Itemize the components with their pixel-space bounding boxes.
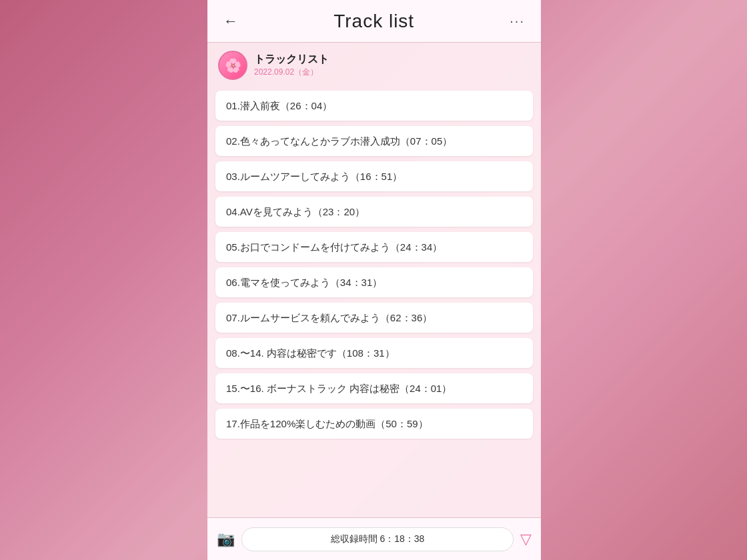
- header: ← Track list ···: [207, 0, 541, 43]
- track-item[interactable]: 06.電マを使ってみよう（34：31）: [215, 267, 533, 297]
- track-item[interactable]: 02.色々あってなんとかラブホ潜入成功（07：05）: [215, 126, 533, 156]
- track-item[interactable]: 15.〜16. ボーナストラック 内容は秘密（24：01）: [215, 373, 533, 403]
- track-item[interactable]: 08.〜14. 内容は秘密です（108：31）: [215, 338, 533, 368]
- camera-button[interactable]: 📷: [217, 531, 235, 548]
- profile-info: トラックリスト 2022.09.02（金）: [254, 53, 329, 78]
- profile-date: 2022.09.02（金）: [254, 67, 329, 78]
- avatar: 🌸: [218, 51, 247, 80]
- send-button[interactable]: ▽: [520, 531, 532, 548]
- main-panel: ← Track list ··· 🌸 トラックリスト 2022.09.02（金）…: [207, 0, 541, 560]
- page-title: Track list: [333, 11, 414, 32]
- track-item[interactable]: 17.作品を120%楽しむための動画（50：59）: [215, 409, 533, 439]
- track-item[interactable]: 05.お口でコンドームを付けてみよう（24：34）: [215, 232, 533, 262]
- track-item[interactable]: 07.ルームサービスを頼んでみよう（62：36）: [215, 303, 533, 333]
- profile-name: トラックリスト: [254, 53, 329, 67]
- track-item[interactable]: 03.ルームツアーしてみよう（16：51）: [215, 161, 533, 191]
- avatar-emoji: 🌸: [225, 57, 241, 73]
- more-button[interactable]: ···: [504, 11, 530, 31]
- profile-row: 🌸 トラックリスト 2022.09.02（金）: [207, 43, 541, 85]
- total-time-display: 総収録時間 6：18：38: [241, 527, 514, 551]
- track-item[interactable]: 04.AVを見てみよう（23：20）: [215, 197, 533, 227]
- track-list: 01.潜入前夜（26：04）02.色々あってなんとかラブホ潜入成功（07：05）…: [207, 85, 541, 517]
- back-button[interactable]: ←: [218, 10, 243, 33]
- track-item[interactable]: 01.潜入前夜（26：04）: [215, 91, 533, 121]
- footer: 📷 総収録時間 6：18：38 ▽: [207, 517, 541, 560]
